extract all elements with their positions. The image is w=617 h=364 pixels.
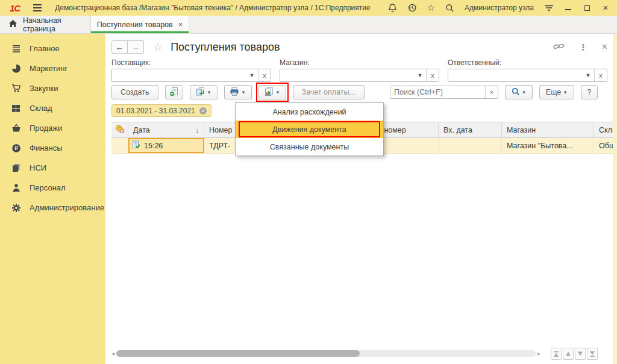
go-to-last-button[interactable] <box>587 348 598 360</box>
create-button[interactable]: Создать <box>111 85 158 99</box>
row-status-cell[interactable] <box>111 138 128 153</box>
sections-panel: Главное Маркетинг Закупки Склад Продажи … <box>0 34 105 364</box>
history-icon[interactable] <box>407 3 417 13</box>
column-header-incoming-date[interactable]: Вх. дата <box>439 122 502 137</box>
cart-icon <box>11 84 21 93</box>
forward-button[interactable]: → <box>128 40 144 54</box>
responsible-clear-icon[interactable]: x <box>594 69 607 81</box>
menu-lines-icon <box>11 45 21 53</box>
back-button[interactable]: ← <box>111 40 128 54</box>
search-input[interactable] <box>390 86 485 98</box>
supplier-dropdown-caret-icon[interactable]: ▼ <box>246 69 258 81</box>
more-actions-kebab-icon[interactable]: ⋮ <box>579 42 587 52</box>
titlebar: 1С Демонстрационная база /Магазин "Бытов… <box>0 0 617 16</box>
go-to-first-button[interactable] <box>551 348 562 360</box>
sidebar-item-warehouse[interactable]: Склад <box>0 98 105 118</box>
search-combo: × <box>390 86 498 99</box>
sidebar-item-staff[interactable]: Персонал <box>0 178 105 198</box>
row-date-cell[interactable]: 15:26 <box>128 138 204 153</box>
document-plus-icon <box>169 87 179 98</box>
supplier-filter-combo: ▼ x <box>111 69 271 82</box>
column-header-date[interactable]: Дата ↓ <box>128 122 204 137</box>
close-window-button[interactable]: × <box>601 4 610 12</box>
notifications-bell-icon[interactable] <box>388 3 397 13</box>
store-filter-combo: ▼ x <box>280 69 439 82</box>
menu-item-document-movements[interactable]: Движения документа <box>236 121 383 138</box>
responsible-filter-input[interactable] <box>448 69 582 81</box>
offset-payment-button[interactable]: Зачет оплаты... <box>293 85 365 99</box>
responsible-dropdown-caret-icon[interactable]: ▼ <box>582 69 594 81</box>
1c-logo: 1С <box>10 3 20 13</box>
service-menu-icon[interactable] <box>544 4 554 12</box>
row-warehouse-cell[interactable]: Общи <box>594 138 613 153</box>
document-chart-icon <box>264 87 274 98</box>
form-area: ← → ☆ Поступления товаров ⋮ × Поставщик:… <box>105 34 617 364</box>
payment-status-coins-icon <box>115 125 125 136</box>
supplier-filter-label: Поставщик: <box>111 58 271 67</box>
horizontal-scrollbar[interactable]: ◂ ▸ <box>111 350 540 357</box>
sidebar-item-administration[interactable]: Администрирование <box>0 198 105 218</box>
based-on-document-icon <box>195 87 205 98</box>
column-header-store[interactable]: Магазин <box>502 122 594 137</box>
supplier-filter-input[interactable] <box>112 69 246 81</box>
global-search-icon[interactable] <box>445 4 454 13</box>
pie-chart-icon <box>11 64 21 74</box>
chip-remove-icon[interactable]: × <box>199 107 207 115</box>
sidebar-item-marketing[interactable]: Маркетинг <box>0 58 105 78</box>
store-dropdown-caret-icon[interactable]: ▼ <box>414 69 426 81</box>
favorites-star-icon[interactable]: ☆ <box>427 2 435 13</box>
sidebar-item-sales[interactable]: Продажи <box>0 118 105 138</box>
current-user[interactable]: Администратор узла <box>465 4 534 12</box>
more-button[interactable]: Еще ▼ <box>539 85 574 99</box>
tab-goods-receipts[interactable]: Поступления товаров × <box>90 16 189 33</box>
supplier-clear-icon[interactable]: x <box>258 69 271 81</box>
add-to-favorites-star-icon[interactable]: ☆ <box>153 40 163 54</box>
column-header-warehouse[interactable]: Склад <box>594 122 613 137</box>
reports-dropdown-menu: Анализ расхождений Движения документа Св… <box>235 102 384 156</box>
menu-item-related-documents[interactable]: Связанные документы <box>236 138 383 155</box>
print-button[interactable]: ▼ <box>224 85 252 99</box>
create-by-copy-button[interactable] <box>165 85 183 99</box>
tab-bar: Начальная страница Поступления товаров × <box>0 16 617 34</box>
column-header-status[interactable] <box>111 122 128 137</box>
scrollbar-track[interactable] <box>116 350 536 357</box>
main-menu-icon[interactable] <box>33 4 42 11</box>
search-clear-icon[interactable]: × <box>485 86 498 98</box>
row-incoming-date-cell[interactable] <box>439 138 502 153</box>
documents-stack-icon <box>11 163 21 172</box>
sidebar-item-finance[interactable]: ₽ Финансы <box>0 138 105 158</box>
scrollbar-thumb[interactable] <box>116 350 360 357</box>
close-form-icon[interactable]: × <box>602 42 607 52</box>
ruble-circle-icon: ₽ <box>11 143 21 153</box>
help-button[interactable]: ? <box>581 85 598 99</box>
maximize-button[interactable] <box>583 4 591 12</box>
create-based-on-button[interactable]: ▼ <box>190 85 218 99</box>
printer-icon <box>230 87 239 98</box>
sidebar-item-purchases[interactable]: Закупки <box>0 78 105 98</box>
gear-icon <box>11 203 21 213</box>
window-title: Демонстрационная база /Магазин "Бытовая … <box>55 4 371 12</box>
row-store-cell[interactable]: Магазин "Бытова... <box>502 138 594 153</box>
page-down-button[interactable] <box>575 348 586 360</box>
page-up-button[interactable] <box>563 348 574 360</box>
document-reports-button[interactable]: ▼ <box>258 85 286 99</box>
home-icon <box>8 19 17 30</box>
responsible-filter-label: Ответственный: <box>448 58 607 67</box>
right-edge-strip <box>613 34 617 364</box>
get-link-icon[interactable] <box>553 42 565 52</box>
dropdown-caret-icon: ▼ <box>207 90 211 95</box>
advanced-search-button[interactable]: ▼ <box>505 85 533 99</box>
tab-home-page[interactable]: Начальная страница <box>0 16 90 33</box>
sidebar-item-main[interactable]: Главное <box>0 39 105 58</box>
period-filter-chip[interactable]: 01.03.2021 - 31.03.2021 × <box>111 104 211 117</box>
menu-item-discrepancy-analysis[interactable]: Анализ расхождений <box>236 103 383 121</box>
tab-home-label: Начальная страница <box>23 16 90 33</box>
page-title: Поступления товаров <box>171 41 280 54</box>
store-clear-icon[interactable]: x <box>426 69 439 81</box>
minimize-button[interactable] <box>564 4 572 12</box>
scroll-right-icon[interactable]: ▸ <box>537 350 540 357</box>
sidebar-item-nsi[interactable]: НСИ <box>0 158 105 178</box>
tab-close-icon[interactable]: × <box>178 20 183 29</box>
store-filter-input[interactable] <box>280 69 414 81</box>
scroll-left-icon[interactable]: ◂ <box>111 350 114 357</box>
